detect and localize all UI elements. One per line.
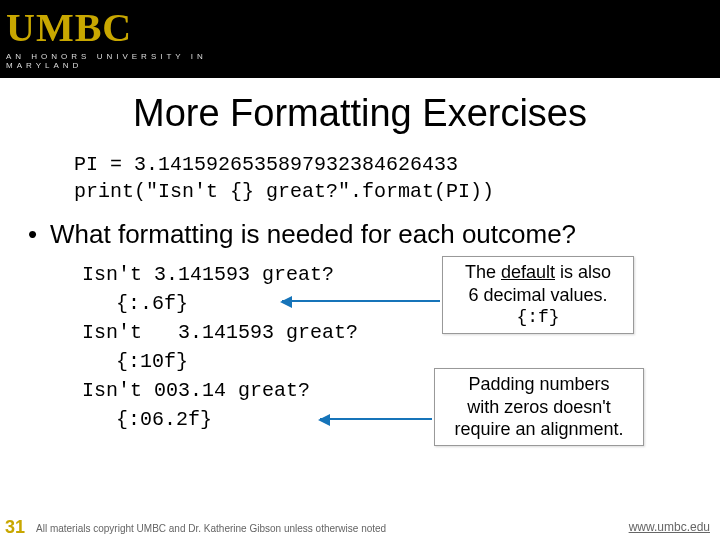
outcomes-block: Isn't 3.141593 great? {:.6f} Isn't 3.141… xyxy=(82,260,682,434)
callout-padding-line1: Padding numbers xyxy=(445,373,633,396)
bullet-question: What formatting is needed for each outco… xyxy=(28,219,720,250)
arrow-1 xyxy=(282,300,440,302)
callout-a-pre: The xyxy=(465,262,501,282)
slide-number: 31 xyxy=(0,517,30,538)
callout-padding-line2: with zeros doesn't xyxy=(445,396,633,419)
logo-text: UMBC xyxy=(6,8,286,48)
slide-title: More Formatting Exercises xyxy=(0,92,720,135)
tagline: AN HONORS UNIVERSITY IN MARYLAND xyxy=(6,52,286,70)
callout-a-u: default xyxy=(501,262,555,282)
callout-default-mono: {:f} xyxy=(453,306,623,329)
callout-default: The default is also 6 decimal values. {:… xyxy=(442,256,634,334)
copyright: All materials copyright UMBC and Dr. Kat… xyxy=(36,523,386,534)
site-link[interactable]: www.umbc.edu xyxy=(629,520,710,534)
footer: 31 All materials copyright UMBC and Dr. … xyxy=(0,516,720,540)
callout-a-post: is also xyxy=(555,262,611,282)
code-block: PI = 3.1415926535897932384626433 print("… xyxy=(74,151,720,205)
code-line-1: PI = 3.1415926535897932384626433 xyxy=(74,151,720,178)
callout-padding-line3: require an alignment. xyxy=(445,418,633,441)
logo-block: UMBC AN HONORS UNIVERSITY IN MARYLAND xyxy=(6,8,286,68)
callout-default-line2: 6 decimal values. xyxy=(453,284,623,307)
callout-default-line1: The default is also xyxy=(453,261,623,284)
callout-padding: Padding numbers with zeros doesn't requi… xyxy=(434,368,644,446)
code-line-2: print("Isn't {} great?".format(PI)) xyxy=(74,178,720,205)
arrow-2 xyxy=(320,418,432,420)
header-bar: UMBC AN HONORS UNIVERSITY IN MARYLAND xyxy=(0,0,720,78)
